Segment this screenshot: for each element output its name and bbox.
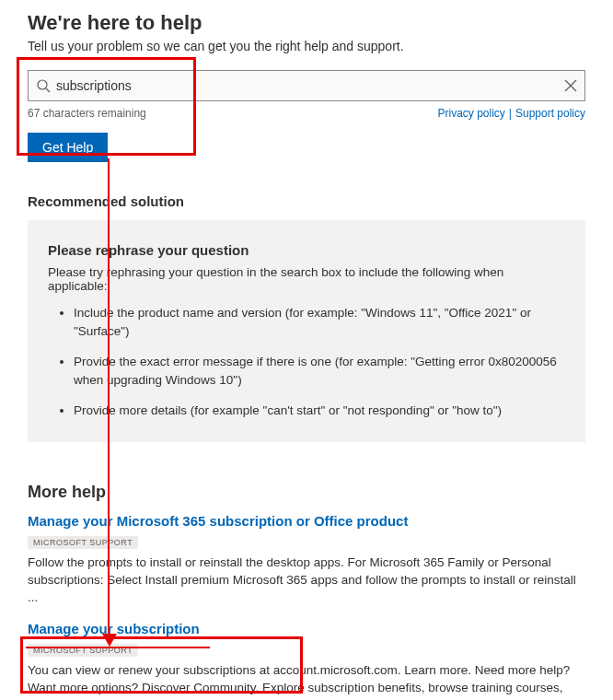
- help-result-link[interactable]: Manage your Microsoft 365 subscription o…: [28, 513, 408, 529]
- search-icon: [36, 78, 51, 93]
- page-title: We're here to help: [28, 11, 585, 35]
- help-result-desc: Follow the prompts to install or reinsta…: [28, 554, 585, 607]
- chars-remaining: 67 characters remaining: [28, 107, 146, 120]
- svg-line-1: [46, 88, 50, 92]
- rephrase-tips-list: Include the product name and version (fo…: [48, 304, 565, 420]
- svg-point-0: [38, 80, 47, 89]
- help-result-link[interactable]: Manage your subscription: [28, 621, 200, 636]
- search-input[interactable]: [56, 78, 564, 93]
- source-badge: MICROSOFT SUPPORT: [28, 644, 138, 657]
- source-badge: MICROSOFT SUPPORT: [28, 536, 138, 549]
- clear-icon[interactable]: [564, 79, 577, 92]
- page-subtitle: Tell us your problem so we can get you t…: [28, 39, 585, 53]
- rephrase-lead: Please try rephrasing your question in t…: [48, 265, 565, 293]
- search-meta: 67 characters remaining Privacy policy|S…: [28, 107, 585, 120]
- privacy-policy-link[interactable]: Privacy policy: [437, 107, 504, 120]
- recommended-solution-heading: Recommended solution: [28, 193, 585, 209]
- rephrase-heading: Please rephrase your question: [48, 242, 565, 258]
- more-help-heading: More help: [28, 483, 585, 502]
- recommended-solution-box: Please rephrase your question Please try…: [28, 220, 585, 442]
- list-item: Provide more details (for example "can't…: [74, 402, 565, 420]
- separator: |: [505, 107, 515, 120]
- search-box[interactable]: [28, 70, 585, 101]
- support-policy-link[interactable]: Support policy: [515, 107, 585, 120]
- help-result: Manage your subscription MICROSOFT SUPPO…: [28, 621, 585, 700]
- help-result-desc: You can view or renew your subscriptions…: [28, 662, 585, 700]
- get-help-button[interactable]: Get Help: [28, 133, 108, 162]
- list-item: Provide the exact error message if there…: [74, 353, 565, 389]
- help-result: Manage your Microsoft 365 subscription o…: [28, 513, 585, 607]
- list-item: Include the product name and version (fo…: [74, 304, 565, 340]
